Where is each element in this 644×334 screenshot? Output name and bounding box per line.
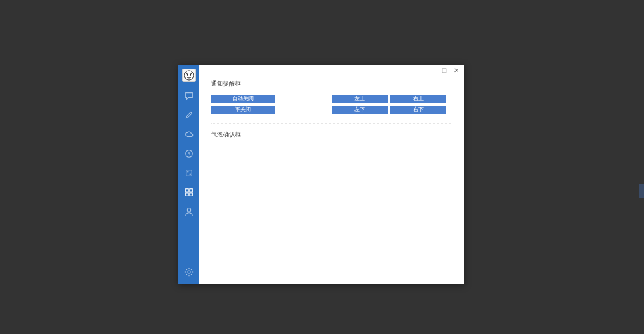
svg-rect-9 <box>185 193 188 196</box>
close-button[interactable]: ✕ <box>454 67 459 74</box>
nav-apps-icon[interactable] <box>184 187 194 198</box>
button-row: 自动关闭 不关闭 左上 右上 左下 右下 <box>211 95 452 114</box>
svg-rect-8 <box>189 189 192 192</box>
svg-point-11 <box>187 208 190 212</box>
svg-point-5 <box>187 172 188 172</box>
divider <box>211 123 452 124</box>
svg-rect-7 <box>185 189 188 192</box>
left-button-group: 自动关闭 不关闭 <box>211 95 275 114</box>
auto-close-button[interactable]: 自动关闭 <box>211 95 275 103</box>
svg-point-1 <box>187 75 188 76</box>
bottom-right-button[interactable]: 右下 <box>390 106 446 114</box>
right-button-group: 左上 右上 左下 右下 <box>332 95 446 114</box>
top-left-button[interactable]: 左上 <box>332 95 388 103</box>
nav-icons <box>184 90 194 217</box>
notify-section-title: 通知提醒框 <box>211 79 452 88</box>
settings-icon[interactable] <box>184 267 194 277</box>
svg-rect-4 <box>186 170 192 176</box>
svg-rect-10 <box>189 193 192 196</box>
avatar[interactable] <box>182 69 196 82</box>
titlebar: — ☐ ✕ <box>199 65 464 77</box>
svg-point-12 <box>188 271 190 273</box>
maximize-button[interactable]: ☐ <box>442 68 447 74</box>
nav-user-icon[interactable] <box>184 206 194 217</box>
svg-point-6 <box>190 174 190 174</box>
bottom-left-button[interactable]: 左下 <box>332 106 388 114</box>
avatar-face-icon <box>184 70 194 81</box>
nav-dice-icon[interactable] <box>184 168 194 178</box>
svg-point-2 <box>190 75 191 76</box>
confirm-section-title: 气泡确认框 <box>211 130 452 139</box>
nav-brush-icon[interactable] <box>184 110 194 120</box>
nav-chat-icon[interactable] <box>184 90 194 101</box>
main-panel: — ☐ ✕ 通知提醒框 自动关闭 不关闭 左上 右上 左下 右下 气泡确认框 <box>199 65 464 284</box>
minimize-button[interactable]: — <box>429 68 435 74</box>
content: 通知提醒框 自动关闭 不关闭 左上 右上 左下 右下 气泡确认框 <box>199 77 464 284</box>
no-close-button[interactable]: 不关闭 <box>211 106 275 114</box>
app-window: — ☐ ✕ 通知提醒框 自动关闭 不关闭 左上 右上 左下 右下 气泡确认框 <box>178 65 464 284</box>
nav-cloud-icon[interactable] <box>184 129 194 140</box>
nav-clock-icon[interactable] <box>184 148 194 159</box>
right-edge-tab[interactable] <box>639 184 644 198</box>
top-right-button[interactable]: 右上 <box>390 95 446 103</box>
sidebar <box>178 65 199 284</box>
